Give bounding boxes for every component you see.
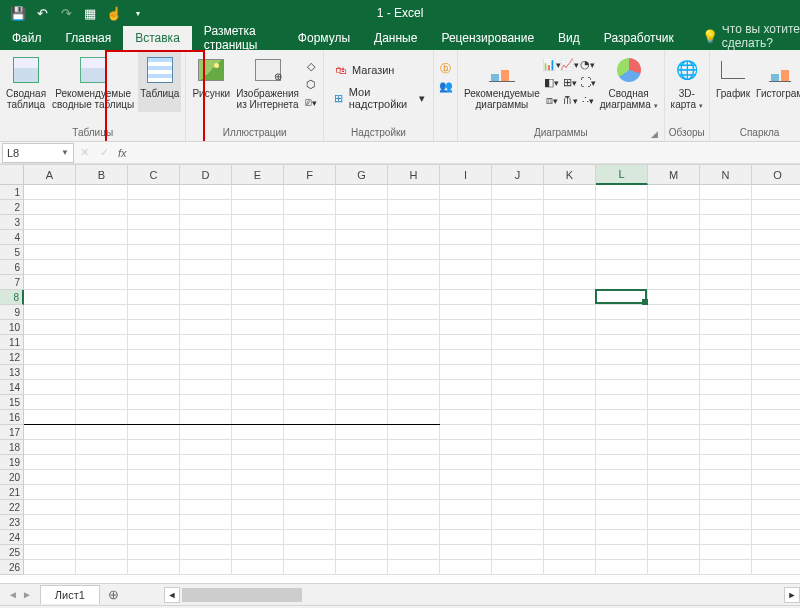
cell[interactable] <box>596 395 648 410</box>
cell[interactable] <box>596 290 648 305</box>
cell[interactable] <box>76 350 128 365</box>
cell[interactable] <box>336 500 388 515</box>
cell[interactable] <box>336 200 388 215</box>
column-header[interactable]: M <box>648 165 700 185</box>
cell[interactable] <box>440 275 492 290</box>
cell[interactable] <box>752 500 800 515</box>
cell[interactable] <box>752 455 800 470</box>
cell[interactable] <box>700 215 752 230</box>
sparkline-column-button[interactable]: Гистограм <box>754 52 800 112</box>
cell[interactable] <box>232 530 284 545</box>
cell[interactable] <box>752 545 800 560</box>
save-icon[interactable]: 💾 <box>10 5 26 21</box>
cell[interactable] <box>76 245 128 260</box>
cell[interactable] <box>128 500 180 515</box>
cell[interactable] <box>544 320 596 335</box>
cell[interactable] <box>388 395 440 410</box>
cell[interactable] <box>700 185 752 200</box>
tab-view[interactable]: Вид <box>546 26 592 50</box>
recommended-pivot-button[interactable]: Рекомендуемые сводные таблицы <box>50 52 136 112</box>
cell[interactable] <box>128 425 180 440</box>
cell[interactable] <box>180 275 232 290</box>
cell[interactable] <box>336 245 388 260</box>
cell[interactable] <box>388 470 440 485</box>
cell[interactable] <box>336 290 388 305</box>
cell[interactable] <box>76 290 128 305</box>
cell[interactable] <box>76 200 128 215</box>
row-header[interactable]: 12 <box>0 350 24 365</box>
cell[interactable] <box>596 335 648 350</box>
cell[interactable] <box>492 320 544 335</box>
cell[interactable] <box>544 305 596 320</box>
sparkline-line-button[interactable]: График <box>714 52 752 112</box>
cell[interactable] <box>232 290 284 305</box>
cell[interactable] <box>336 530 388 545</box>
cell[interactable] <box>336 455 388 470</box>
cell[interactable] <box>24 320 76 335</box>
cell[interactable] <box>336 425 388 440</box>
waterfall-chart-icon[interactable]: ⧈▾ <box>544 92 560 108</box>
cell[interactable] <box>232 560 284 575</box>
cell[interactable] <box>596 500 648 515</box>
online-pictures-button[interactable]: Изображения из Интернета <box>234 52 301 112</box>
cell[interactable] <box>76 395 128 410</box>
cell[interactable] <box>700 245 752 260</box>
cell[interactable] <box>440 395 492 410</box>
cell[interactable] <box>752 365 800 380</box>
cell[interactable] <box>336 410 388 425</box>
cell[interactable] <box>700 350 752 365</box>
cell[interactable] <box>76 305 128 320</box>
cell[interactable] <box>700 410 752 425</box>
cell[interactable] <box>700 515 752 530</box>
cell[interactable] <box>24 185 76 200</box>
line-chart-icon[interactable]: 📈▾ <box>562 56 578 72</box>
cell[interactable] <box>284 320 336 335</box>
cell[interactable] <box>648 470 700 485</box>
cell[interactable] <box>544 200 596 215</box>
cell[interactable] <box>388 440 440 455</box>
3d-map-button[interactable]: 🌐 3D- карта ▾ <box>669 52 705 113</box>
column-header[interactable]: K <box>544 165 596 185</box>
cell[interactable] <box>180 515 232 530</box>
column-header[interactable]: D <box>180 165 232 185</box>
row-header[interactable]: 11 <box>0 335 24 350</box>
cell[interactable] <box>388 215 440 230</box>
cell[interactable] <box>648 245 700 260</box>
cell[interactable] <box>596 455 648 470</box>
cell[interactable] <box>440 485 492 500</box>
cell[interactable] <box>544 275 596 290</box>
cell[interactable] <box>752 185 800 200</box>
cell[interactable] <box>76 380 128 395</box>
cell[interactable] <box>24 455 76 470</box>
cell[interactable] <box>752 380 800 395</box>
cell[interactable] <box>440 260 492 275</box>
cell[interactable] <box>648 530 700 545</box>
cell[interactable] <box>648 230 700 245</box>
tell-me-search[interactable]: 💡 Что вы хотите сделать? <box>702 22 800 50</box>
sheet-nav-prev-icon[interactable]: ◄ <box>8 589 18 600</box>
row-header[interactable]: 17 <box>0 425 24 440</box>
cells[interactable] <box>24 185 800 575</box>
cell[interactable] <box>336 215 388 230</box>
tab-data[interactable]: Данные <box>362 26 429 50</box>
column-header[interactable]: F <box>284 165 336 185</box>
cell[interactable] <box>700 545 752 560</box>
hierarchy-chart-icon[interactable]: ◧▾ <box>544 74 560 90</box>
cell[interactable] <box>388 485 440 500</box>
screenshot-icon[interactable]: ⎚▾ <box>303 94 319 110</box>
cell[interactable] <box>700 290 752 305</box>
tab-page-layout[interactable]: Разметка страницы <box>192 26 286 50</box>
cell[interactable] <box>232 545 284 560</box>
cell[interactable] <box>440 245 492 260</box>
cell[interactable] <box>388 455 440 470</box>
cell[interactable] <box>544 260 596 275</box>
row-header[interactable]: 19 <box>0 455 24 470</box>
sheet-tab[interactable]: Лист1 <box>40 585 100 604</box>
cell[interactable] <box>24 230 76 245</box>
cell[interactable] <box>492 275 544 290</box>
pivot-chart-button[interactable]: Сводная диаграмма ▾ <box>598 52 660 113</box>
cell[interactable] <box>388 200 440 215</box>
cell[interactable] <box>388 560 440 575</box>
row-header[interactable]: 13 <box>0 365 24 380</box>
cell[interactable] <box>440 500 492 515</box>
